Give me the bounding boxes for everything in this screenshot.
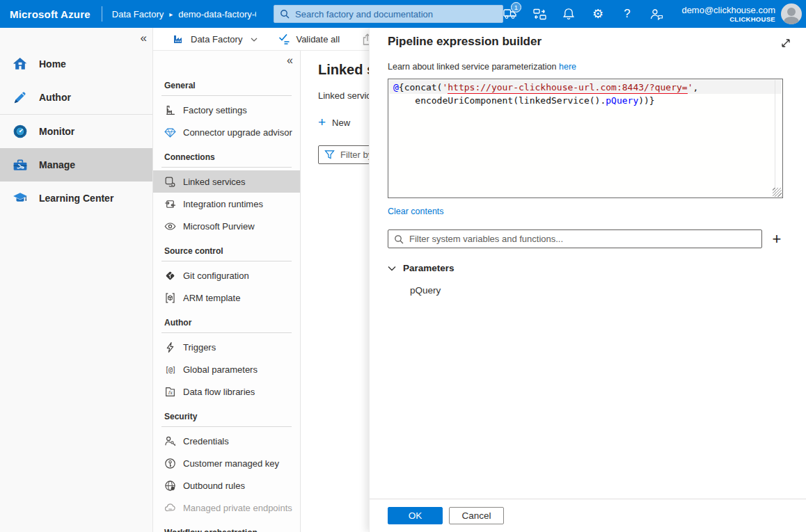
- switch-resource-button[interactable]: [528, 0, 551, 28]
- help-icon: ?: [624, 7, 630, 21]
- sidebar-item-data-flow-libraries[interactable]: fx Data flow libraries: [153, 380, 300, 403]
- nav-item-label: Monitor: [39, 126, 74, 137]
- nav-item-home[interactable]: Home: [0, 47, 152, 81]
- section-header-general: General: [153, 72, 300, 95]
- panel-footer: OK Cancel: [370, 499, 806, 532]
- eye-icon: [164, 220, 176, 232]
- sidebar-item-customer-managed-key[interactable]: Customer managed key: [153, 452, 300, 474]
- nav-item-label: Manage: [39, 159, 75, 170]
- nav-item-monitor[interactable]: Monitor: [0, 115, 152, 148]
- gem-icon: [164, 127, 176, 138]
- feedback-button[interactable]: [645, 0, 668, 28]
- function-filter-input[interactable]: [409, 234, 756, 244]
- section-header-security: Security: [153, 403, 300, 426]
- settings-button[interactable]: ⚙: [586, 0, 610, 28]
- panel-title: Pipeline expression builder: [370, 28, 806, 49]
- lightning-icon: [164, 341, 176, 353]
- editor-resize-handle[interactable]: [773, 188, 782, 197]
- search-icon: [394, 234, 404, 244]
- cube-brackets-icon: [164, 292, 176, 304]
- help-button[interactable]: ?: [615, 0, 639, 28]
- deployment-truck-button[interactable]: 1: [498, 0, 522, 28]
- key-circle-icon: [164, 458, 176, 469]
- sidebar-item-outbound-rules[interactable]: Outbound rules: [153, 474, 300, 497]
- sidebar-item-credentials[interactable]: Credentials: [153, 430, 300, 452]
- factory-selector-label: Data Factory: [191, 34, 242, 45]
- person-key-icon: [164, 435, 176, 447]
- sidebar-item-git-configuration[interactable]: Git configuration: [153, 264, 300, 287]
- breadcrumb-arrow-icon: ▸: [169, 10, 173, 18]
- learn-text: Learn about linked service parameterizat…: [370, 49, 806, 72]
- function-filter-box[interactable]: [388, 229, 762, 248]
- expression-code: @{concat('https://your-clickhouse-url.co…: [393, 81, 771, 107]
- account-menu[interactable]: demo@clickhouse.com CLICKHOUSE: [681, 0, 775, 28]
- chevron-down-icon: [388, 266, 396, 271]
- validate-all-label: Validate all: [296, 34, 340, 45]
- sidebar-item-managed-private-endpoints[interactable]: Managed private endpoints: [153, 497, 300, 519]
- section-header-connections: Connections: [153, 143, 300, 167]
- search-icon: [280, 9, 290, 19]
- pipeline-expression-builder-panel: Pipeline expression builder Learn about …: [369, 28, 806, 532]
- global-parameters-icon: [@]: [164, 364, 176, 376]
- avatar[interactable]: [781, 3, 802, 24]
- gear-icon: ⚙: [592, 8, 603, 20]
- breadcrumb-factory-name[interactable]: demo-data-factory-00: [178, 9, 256, 19]
- azure-brand[interactable]: Microsoft Azure: [0, 8, 102, 20]
- expression-editor[interactable]: @{concat('https://your-clickhouse-url.co…: [388, 79, 783, 198]
- nav-item-label: Home: [39, 58, 66, 70]
- top-bar: Microsoft Azure Data Factory ▸ demo-data…: [0, 0, 806, 28]
- nav-item-manage[interactable]: Manage: [0, 148, 152, 182]
- sidebar-item-triggers[interactable]: Triggers: [153, 336, 300, 358]
- parameter-pquery[interactable]: pQuery: [410, 285, 441, 296]
- parameters-section-header[interactable]: Parameters: [388, 263, 455, 273]
- factory-selector[interactable]: Data Factory: [173, 33, 260, 45]
- notifications-button[interactable]: [557, 0, 580, 28]
- feedback-person-icon: [650, 8, 663, 20]
- sidebar-collapse-icon[interactable]: «: [287, 54, 293, 67]
- section-header-workflow-orchestration-manager: Workflow orchestration manager: [153, 519, 278, 532]
- search-input[interactable]: [295, 9, 497, 19]
- add-button[interactable]: +: [768, 231, 785, 248]
- sidebar-item-microsoft-purview[interactable]: Microsoft Purview: [153, 215, 300, 237]
- filter-funnel-icon: [324, 150, 335, 160]
- sidebar-item-integration-runtimes[interactable]: Integration runtimes: [153, 193, 300, 215]
- sidebar-item-global-parameters[interactable]: [@] Global parameters: [153, 358, 300, 380]
- factory-settings-icon: [164, 104, 176, 116]
- nav-item-learning-center[interactable]: Learning Center: [0, 182, 152, 215]
- globe-icon: [164, 480, 176, 492]
- factory-icon: [173, 33, 185, 45]
- editor-scrollbar[interactable]: [775, 80, 775, 197]
- learn-link[interactable]: here: [559, 62, 576, 72]
- left-navigation: « Home Author Monitor Manage: [0, 28, 153, 532]
- validate-all-button[interactable]: Validate all: [278, 33, 344, 45]
- svg-text:fx: fx: [168, 390, 173, 396]
- sidebar-item-linked-services[interactable]: Linked services: [153, 170, 300, 193]
- bell-icon: [562, 8, 575, 20]
- switch-resource-icon: [533, 8, 546, 20]
- breadcrumb[interactable]: Data Factory: [112, 9, 164, 19]
- home-icon: [12, 56, 29, 72]
- sidebar-item-arm-template[interactable]: ARM template: [153, 287, 300, 309]
- pencil-icon: [12, 89, 29, 106]
- manage-sidebar: « General Factory settings Connector upg…: [153, 51, 301, 532]
- integration-runtimes-icon: [164, 198, 176, 210]
- nav-item-label: Author: [39, 92, 71, 103]
- linked-services-icon: [164, 176, 176, 188]
- validate-check-icon: [278, 33, 290, 45]
- leftnav-collapse-icon[interactable]: «: [141, 31, 147, 45]
- sidebar-item-connector-upgrade-advisor[interactable]: Connector upgrade advisor: [153, 121, 300, 143]
- sidebar-item-factory-settings[interactable]: Factory settings: [153, 99, 300, 121]
- cloud-icon: [164, 502, 176, 514]
- graduation-cap-icon: [12, 190, 29, 207]
- git-icon: [164, 270, 176, 282]
- nav-item-author[interactable]: Author: [0, 81, 152, 114]
- cancel-button[interactable]: Cancel: [449, 507, 504, 524]
- toolbox-icon: [12, 156, 29, 173]
- expand-panel-button[interactable]: [777, 34, 795, 52]
- clear-contents-link[interactable]: Clear contents: [388, 207, 444, 216]
- gauge-icon: [12, 123, 29, 140]
- ok-button[interactable]: OK: [388, 507, 443, 524]
- account-email: demo@clickhouse.com: [681, 5, 775, 15]
- global-search[interactable]: [274, 5, 503, 23]
- expand-diagonal-icon: [780, 37, 792, 49]
